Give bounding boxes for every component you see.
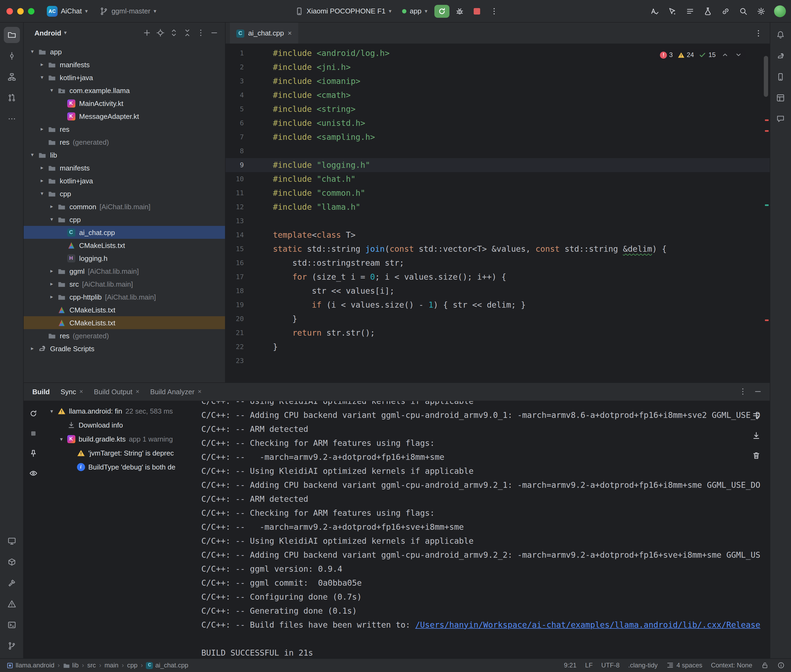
ai-assistant-action-button[interactable] — [665, 4, 679, 18]
chevron-down-icon[interactable]: ▾ — [47, 88, 56, 93]
zoom-window-button[interactable] — [28, 8, 34, 14]
chevron-right-icon[interactable]: ▸ — [47, 268, 56, 274]
device-selector[interactable]: Xiaomi POCOPHONE F1 ▾ — [291, 5, 395, 18]
tree-item-com-example-llama[interactable]: ▾com.example.llama — [24, 84, 225, 97]
chevron-right-icon[interactable]: ▸ — [38, 178, 46, 183]
chevron-right-icon[interactable]: ▸ — [38, 165, 46, 171]
add-button-button[interactable] — [140, 26, 153, 40]
statusbar-inspections-status[interactable] — [777, 661, 785, 669]
chevron-down-icon[interactable]: ▾ — [28, 152, 37, 158]
device-manager-tool-button[interactable] — [772, 69, 789, 85]
instrumentation-action-button[interactable] — [701, 4, 714, 18]
chevron-right-icon[interactable]: ▸ — [47, 281, 56, 286]
passed-badge[interactable]: 15 — [699, 51, 716, 59]
tree-item-cmakelists-txt[interactable]: CMakeLists.txt — [24, 239, 225, 252]
scroll-to-end-button-button[interactable] — [749, 428, 763, 442]
tree-item-ggml[interactable]: ▸ggml[AiChat.lib.main] — [24, 265, 225, 277]
build-tree-item-jvmtarget-string-is-deprec[interactable]: 'jvmTarget: String' is deprec — [45, 446, 195, 460]
build-tab-build-output[interactable]: Build Output× — [94, 387, 140, 395]
tree-item-cpp[interactable]: ▾cpp — [24, 213, 225, 226]
build-tab-build-analyzer[interactable]: Build Analyzer× — [150, 387, 202, 395]
pull-requests-tool-button[interactable] — [3, 90, 20, 106]
tree-item-res[interactable]: res(generated) — [24, 136, 225, 149]
chevron-down-icon[interactable]: ▾ — [47, 408, 56, 414]
chevron-down-icon[interactable]: ▾ — [38, 191, 46, 196]
run-config-selector[interactable]: app ▾ — [398, 5, 431, 17]
tree-item-kotlin-java[interactable]: ▸kotlin+java — [24, 174, 225, 187]
user-avatar[interactable] — [774, 5, 786, 17]
previous-problem-button[interactable] — [720, 51, 729, 59]
expand-all-button-button[interactable] — [167, 26, 180, 40]
build-console[interactable]: C/C++: -- Using KleidiAI optimized kerne… — [195, 401, 770, 658]
tree-item-mainactivity-kt[interactable]: KMainActivity.kt — [24, 97, 225, 110]
tree-item-kotlin-java[interactable]: ▾kotlin+java — [24, 71, 225, 84]
settings-button[interactable] — [754, 4, 768, 18]
build-panel-title[interactable]: Build — [32, 387, 50, 395]
more-tool-windows-button[interactable] — [3, 111, 20, 127]
build-tree-item-llama-android-fin[interactable]: ▾llama.android: fin22 sec, 583 ms — [45, 404, 195, 418]
chevron-down-icon[interactable]: ▾ — [28, 49, 37, 54]
close-tab-icon[interactable]: × — [198, 388, 202, 395]
chevron-right-icon[interactable]: ▸ — [38, 126, 46, 132]
gradle-tool-button[interactable] — [772, 48, 789, 64]
options-menu-button-button[interactable] — [194, 26, 207, 40]
editor-tab-ai-chat-cpp[interactable]: C ai_chat.cpp × — [230, 22, 298, 43]
soft-wrap-button-button[interactable] — [749, 408, 763, 422]
statusbar-run-context[interactable]: Context: None — [711, 661, 752, 669]
tree-item-cpp-httplib[interactable]: ▸cpp-httplib[AiChat.lib.main] — [24, 290, 225, 303]
tree-item-app[interactable]: ▾app — [24, 45, 225, 58]
tree-item-cmakelists-txt[interactable]: CMakeLists.txt — [24, 303, 225, 316]
project-tool-button[interactable] — [3, 27, 20, 43]
error-stripe-mark[interactable] — [765, 320, 769, 321]
close-window-button[interactable] — [6, 8, 13, 14]
build-tab-sync[interactable]: Sync× — [61, 387, 83, 395]
layout-inspector-tool-button[interactable] — [772, 90, 789, 106]
rerun-build-button-button[interactable] — [26, 406, 40, 420]
minimize-window-button[interactable] — [17, 8, 24, 14]
statusbar-line-separator[interactable]: LF — [585, 661, 593, 669]
tree-item-res[interactable]: ▸res — [24, 123, 225, 136]
spellcheck-action-button[interactable] — [647, 4, 661, 18]
chevron-down-icon[interactable]: ▾ — [38, 75, 46, 80]
tree-item-common[interactable]: ▸common[AiChat.lib.main] — [24, 200, 225, 213]
pair-device-action-button[interactable] — [718, 4, 732, 18]
breadcrumb-main[interactable]: main — [104, 661, 119, 669]
tree-item-logging-h[interactable]: Hlogging.h — [24, 252, 225, 265]
change-stripe-mark[interactable] — [765, 204, 769, 206]
chevron-down-icon[interactable]: ▾ — [47, 217, 56, 222]
statusbar-file-encoding[interactable]: UTF-8 — [601, 661, 619, 669]
app-insights-tool-button[interactable] — [772, 111, 789, 127]
tree-item-ai-chat-cpp[interactable]: Cai_chat.cpp — [24, 226, 225, 239]
build-tree-item-buildtype-debug-is-both-de[interactable]: iBuildType 'debug' is both de — [45, 460, 195, 474]
statusbar-caret-position[interactable]: 9:21 — [564, 661, 576, 669]
options-menu-button-button[interactable] — [736, 385, 749, 398]
tree-item-messageadapter-kt[interactable]: KMessageAdapter.kt — [24, 110, 225, 123]
breadcrumb-src[interactable]: src — [87, 661, 96, 669]
version-control-tool-button[interactable] — [3, 638, 20, 654]
running-devices-tool-button[interactable] — [3, 533, 20, 549]
error-stripe-mark[interactable] — [765, 130, 769, 132]
code-area[interactable]: 1#include <android/log.h>2#include <jni.… — [226, 44, 770, 382]
clear-output-button-button[interactable] — [749, 448, 763, 462]
build-tree-item-build-gradle-kts[interactable]: ▾Kbuild.gradle.ktsapp 1 warning — [45, 432, 195, 446]
build-tool-button[interactable] — [3, 574, 20, 591]
tree-item-res[interactable]: res(generated) — [24, 329, 225, 342]
terminal-tool-button[interactable] — [3, 617, 20, 633]
problems-tool-button[interactable] — [3, 596, 20, 612]
search-everywhere-button[interactable] — [736, 4, 750, 18]
collapse-all-button-button[interactable] — [180, 26, 194, 40]
error-stripe-mark[interactable] — [765, 119, 769, 121]
tree-item-manifests[interactable]: ▸manifests — [24, 58, 225, 71]
breadcrumb-lib[interactable]: lib — [63, 661, 79, 669]
hide-panel-button-button[interactable] — [751, 385, 764, 398]
stop-build-button-button[interactable] — [26, 426, 40, 440]
close-tab-icon[interactable]: × — [288, 29, 292, 37]
build-variants-action-button[interactable] — [683, 4, 697, 18]
tree-item-src[interactable]: ▸src[AiChat.lib.main] — [24, 277, 225, 290]
tree-item-gradle-scripts[interactable]: ▸Gradle Scripts — [24, 342, 225, 355]
select-opened-file-button-button[interactable] — [153, 26, 167, 40]
tree-item-manifests[interactable]: ▸manifests — [24, 162, 225, 174]
breadcrumb-cpp[interactable]: cpp — [127, 661, 138, 669]
chevron-right-icon[interactable]: ▸ — [38, 62, 46, 67]
commit-tool-button[interactable] — [3, 48, 20, 64]
